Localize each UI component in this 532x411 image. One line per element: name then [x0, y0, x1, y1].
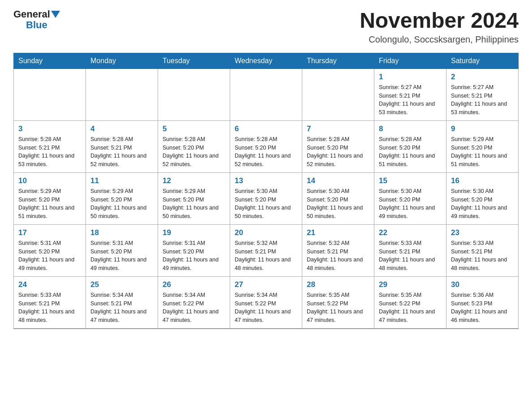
calendar-cell: 8Sunrise: 5:28 AM Sunset: 5:20 PM Daylig…	[374, 120, 446, 172]
col-thursday: Thursday	[302, 53, 374, 68]
day-info: Sunrise: 5:28 AM Sunset: 5:20 PM Dayligh…	[163, 135, 225, 169]
day-number: 19	[163, 228, 225, 237]
calendar-cell: 5Sunrise: 5:28 AM Sunset: 5:20 PM Daylig…	[158, 120, 230, 172]
calendar-cell: 19Sunrise: 5:31 AM Sunset: 5:20 PM Dayli…	[158, 224, 230, 276]
day-number: 12	[163, 176, 225, 185]
day-info: Sunrise: 5:30 AM Sunset: 5:20 PM Dayligh…	[451, 187, 514, 221]
calendar-table: Sunday Monday Tuesday Wednesday Thursday…	[13, 53, 519, 329]
calendar-header: Sunday Monday Tuesday Wednesday Thursday…	[14, 53, 519, 68]
calendar-cell	[230, 68, 302, 120]
day-info: Sunrise: 5:27 AM Sunset: 5:21 PM Dayligh…	[451, 83, 514, 117]
day-number: 14	[307, 176, 369, 185]
calendar-cell: 15Sunrise: 5:30 AM Sunset: 5:20 PM Dayli…	[374, 172, 446, 224]
location-title: Colongulo, Soccsksargen, Philippines	[360, 34, 519, 45]
calendar-cell: 7Sunrise: 5:28 AM Sunset: 5:20 PM Daylig…	[302, 120, 374, 172]
calendar-cell: 27Sunrise: 5:34 AM Sunset: 5:22 PM Dayli…	[230, 276, 302, 329]
day-number: 8	[379, 124, 442, 133]
col-monday: Monday	[86, 53, 158, 68]
day-number: 17	[18, 228, 81, 237]
day-number: 20	[235, 228, 297, 237]
col-sunday: Sunday	[14, 53, 86, 68]
col-wednesday: Wednesday	[230, 53, 302, 68]
day-info: Sunrise: 5:30 AM Sunset: 5:20 PM Dayligh…	[379, 187, 442, 221]
day-number: 6	[235, 124, 297, 133]
day-info: Sunrise: 5:36 AM Sunset: 5:23 PM Dayligh…	[451, 291, 514, 325]
calendar-cell: 18Sunrise: 5:31 AM Sunset: 5:20 PM Dayli…	[86, 224, 158, 276]
day-number: 16	[451, 176, 514, 185]
day-number: 3	[18, 124, 81, 133]
day-number: 2	[451, 73, 514, 81]
calendar-cell: 13Sunrise: 5:30 AM Sunset: 5:20 PM Dayli…	[230, 172, 302, 224]
calendar-cell	[86, 68, 158, 120]
calendar-cell: 16Sunrise: 5:30 AM Sunset: 5:20 PM Dayli…	[446, 172, 519, 224]
day-info: Sunrise: 5:27 AM Sunset: 5:21 PM Dayligh…	[379, 83, 442, 117]
day-info: Sunrise: 5:35 AM Sunset: 5:22 PM Dayligh…	[379, 291, 442, 325]
calendar-cell: 21Sunrise: 5:32 AM Sunset: 5:21 PM Dayli…	[302, 224, 374, 276]
day-info: Sunrise: 5:29 AM Sunset: 5:20 PM Dayligh…	[90, 187, 153, 221]
day-info: Sunrise: 5:34 AM Sunset: 5:21 PM Dayligh…	[90, 291, 153, 325]
day-number: 29	[379, 280, 442, 289]
logo-general-text: General	[13, 9, 50, 20]
day-number: 23	[451, 228, 514, 237]
calendar-cell: 3Sunrise: 5:28 AM Sunset: 5:21 PM Daylig…	[14, 120, 86, 172]
calendar-cell	[302, 68, 374, 120]
calendar-cell: 23Sunrise: 5:33 AM Sunset: 5:21 PM Dayli…	[446, 224, 519, 276]
day-info: Sunrise: 5:31 AM Sunset: 5:20 PM Dayligh…	[18, 239, 81, 273]
calendar-cell: 26Sunrise: 5:34 AM Sunset: 5:22 PM Dayli…	[158, 276, 230, 329]
day-number: 21	[307, 228, 369, 237]
calendar-week-3: 10Sunrise: 5:29 AM Sunset: 5:20 PM Dayli…	[14, 172, 519, 224]
day-info: Sunrise: 5:33 AM Sunset: 5:21 PM Dayligh…	[18, 291, 81, 325]
col-saturday: Saturday	[446, 53, 519, 68]
calendar-cell: 11Sunrise: 5:29 AM Sunset: 5:20 PM Dayli…	[86, 172, 158, 224]
calendar-cell: 30Sunrise: 5:36 AM Sunset: 5:23 PM Dayli…	[446, 276, 519, 329]
day-number: 25	[90, 280, 153, 289]
calendar-week-5: 24Sunrise: 5:33 AM Sunset: 5:21 PM Dayli…	[14, 276, 519, 329]
day-number: 9	[451, 124, 514, 133]
calendar-cell	[158, 68, 230, 120]
day-number: 7	[307, 124, 369, 133]
svg-marker-0	[51, 11, 60, 18]
header-row: Sunday Monday Tuesday Wednesday Thursday…	[14, 53, 519, 68]
day-number: 28	[307, 280, 369, 289]
day-number: 22	[379, 228, 442, 237]
day-info: Sunrise: 5:32 AM Sunset: 5:21 PM Dayligh…	[307, 239, 369, 273]
calendar-cell: 24Sunrise: 5:33 AM Sunset: 5:21 PM Dayli…	[14, 276, 86, 329]
calendar-cell: 20Sunrise: 5:32 AM Sunset: 5:21 PM Dayli…	[230, 224, 302, 276]
day-info: Sunrise: 5:29 AM Sunset: 5:20 PM Dayligh…	[451, 135, 514, 169]
day-number: 30	[451, 280, 514, 289]
logo-triangle-icon	[51, 11, 60, 20]
day-number: 10	[18, 176, 81, 185]
day-number: 11	[90, 176, 153, 185]
day-number: 26	[163, 280, 225, 289]
day-info: Sunrise: 5:32 AM Sunset: 5:21 PM Dayligh…	[235, 239, 297, 273]
calendar-cell: 9Sunrise: 5:29 AM Sunset: 5:20 PM Daylig…	[446, 120, 519, 172]
day-info: Sunrise: 5:33 AM Sunset: 5:21 PM Dayligh…	[451, 239, 514, 273]
month-title: November 2024	[360, 9, 519, 33]
day-info: Sunrise: 5:29 AM Sunset: 5:20 PM Dayligh…	[163, 187, 225, 221]
calendar-cell: 14Sunrise: 5:30 AM Sunset: 5:20 PM Dayli…	[302, 172, 374, 224]
calendar-cell: 6Sunrise: 5:28 AM Sunset: 5:20 PM Daylig…	[230, 120, 302, 172]
calendar-cell: 12Sunrise: 5:29 AM Sunset: 5:20 PM Dayli…	[158, 172, 230, 224]
day-info: Sunrise: 5:30 AM Sunset: 5:20 PM Dayligh…	[235, 187, 297, 221]
day-info: Sunrise: 5:34 AM Sunset: 5:22 PM Dayligh…	[235, 291, 297, 325]
col-tuesday: Tuesday	[158, 53, 230, 68]
calendar-cell: 17Sunrise: 5:31 AM Sunset: 5:20 PM Dayli…	[14, 224, 86, 276]
day-number: 4	[90, 124, 153, 133]
calendar-cell: 28Sunrise: 5:35 AM Sunset: 5:22 PM Dayli…	[302, 276, 374, 329]
day-info: Sunrise: 5:34 AM Sunset: 5:22 PM Dayligh…	[163, 291, 225, 325]
day-info: Sunrise: 5:28 AM Sunset: 5:21 PM Dayligh…	[18, 135, 81, 169]
calendar-week-2: 3Sunrise: 5:28 AM Sunset: 5:21 PM Daylig…	[14, 120, 519, 172]
calendar-cell	[14, 68, 86, 120]
calendar-cell: 29Sunrise: 5:35 AM Sunset: 5:22 PM Dayli…	[374, 276, 446, 329]
calendar-cell: 25Sunrise: 5:34 AM Sunset: 5:21 PM Dayli…	[86, 276, 158, 329]
day-info: Sunrise: 5:31 AM Sunset: 5:20 PM Dayligh…	[163, 239, 225, 273]
day-info: Sunrise: 5:28 AM Sunset: 5:20 PM Dayligh…	[235, 135, 297, 169]
logo-blue-text: Blue	[26, 20, 47, 30]
calendar-cell: 1Sunrise: 5:27 AM Sunset: 5:21 PM Daylig…	[374, 68, 446, 120]
day-number: 5	[163, 124, 225, 133]
day-info: Sunrise: 5:29 AM Sunset: 5:20 PM Dayligh…	[18, 187, 81, 221]
calendar-cell: 10Sunrise: 5:29 AM Sunset: 5:20 PM Dayli…	[14, 172, 86, 224]
day-number: 13	[235, 176, 297, 185]
calendar-cell: 4Sunrise: 5:28 AM Sunset: 5:21 PM Daylig…	[86, 120, 158, 172]
day-info: Sunrise: 5:28 AM Sunset: 5:21 PM Dayligh…	[90, 135, 153, 169]
